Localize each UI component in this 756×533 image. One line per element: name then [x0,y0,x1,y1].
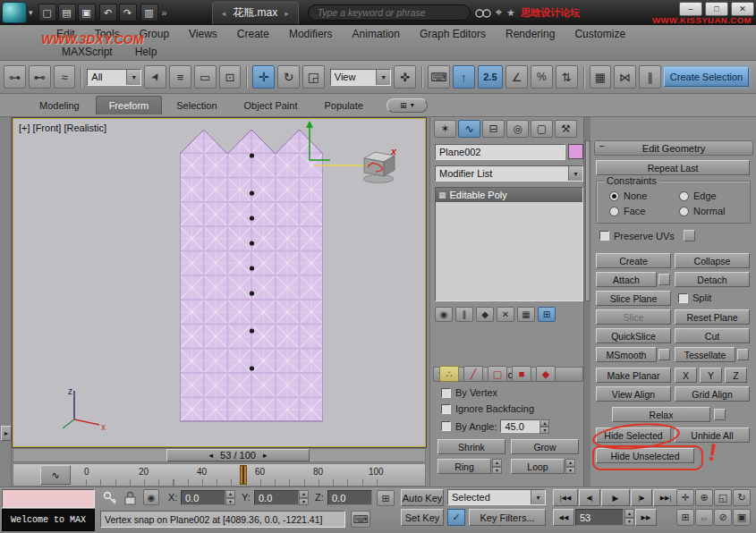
view-align-button[interactable]: View Align [596,386,671,402]
modifier-list-dropdown[interactable]: Modifier List ▾ [435,165,583,182]
menu-maxscript[interactable]: MAXScript [52,46,123,58]
binoculars-icon[interactable] [474,6,492,19]
tessellate-settings-button[interactable] [737,349,749,360]
menu-create[interactable]: Create [227,28,279,40]
undo-button[interactable]: ↶ [99,4,117,21]
radio-edge[interactable] [679,191,689,201]
tessellate-button[interactable]: Tessellate [675,347,735,362]
track-bar[interactable]: 0 20 40 60 80 100 [13,463,426,486]
favorites-star-icon[interactable]: ★ [506,7,515,19]
spinner-down-icon[interactable]: ▾ [539,427,549,434]
menu-help[interactable]: Help [123,46,170,58]
panel-scrollbar[interactable] [583,117,590,486]
create-button[interactable]: Create [596,253,671,268]
maxscript-listener-line[interactable]: Welcome to MAX [2,509,95,531]
frame-spinner[interactable]: ▴▾ [624,509,634,526]
configure-modifier-sets-button[interactable]: ⊞ [538,307,556,322]
spinner-up-icon[interactable]: ▴ [492,459,502,467]
play-button[interactable]: ▶ [601,489,630,506]
unlink-selection-button[interactable]: ⊷ [29,65,51,89]
select-and-move-button[interactable]: ✛ [252,65,275,89]
selection-filter-arrow-icon[interactable]: ▾ [126,70,140,85]
track-bar-thumb[interactable] [240,465,247,485]
spinner-up-icon[interactable]: ▴ [225,490,235,498]
menu-animation[interactable]: Animation [343,28,410,40]
constraint-edge-radio[interactable]: Edge [679,190,717,201]
panel-tab-hierarchy[interactable]: ⊟ [482,120,505,138]
doc-prev-icon[interactable]: ◂ [222,9,226,18]
grid-settings-button[interactable]: ⊞ [377,490,395,506]
radio-none[interactable] [609,191,619,201]
spinner-down-icon[interactable]: ▾ [565,467,575,475]
subobject-edge-button[interactable]: ╱ [463,366,483,382]
time-slider-track[interactable]: ◂ 53 / 100 ▸ [13,448,426,462]
spinner-up-icon[interactable]: ▴ [624,509,634,518]
grid-align-button[interactable]: Grid Align [675,386,750,402]
relax-settings-button[interactable] [714,409,726,420]
attach-button[interactable]: Attach [596,272,657,287]
repeat-last-button[interactable]: Repeat Last [596,160,750,175]
remove-modifier-button[interactable]: ✕ [497,307,514,322]
pan-button[interactable]: ⇔ [695,509,713,526]
select-object-button[interactable]: ➤ [144,65,166,89]
select-and-rotate-button[interactable]: ↻ [277,65,300,89]
object-color-swatch[interactable] [568,144,583,159]
z-coord-field[interactable]: 0.0 [327,490,372,505]
subobject-border-button[interactable]: ▢ [488,366,507,382]
panel-tab-utilities[interactable]: ⚒ [555,120,577,138]
by-angle-field[interactable]: 45.0 [500,419,539,433]
reference-coordsys-dropdown[interactable]: View ▾ [330,69,391,86]
set-key-button[interactable]: Set Key [401,509,444,526]
zoom-extents-button[interactable]: ◱ [714,489,732,506]
next-frame-arrow-icon[interactable]: ▸ [263,451,268,460]
previous-frame-button[interactable]: ◀◀ [553,509,574,526]
use-pivot-center-button[interactable]: ✜ [394,65,416,89]
spinner-down-icon[interactable]: ▾ [225,498,235,506]
ring-spinner[interactable]: ▴ ▾ [492,459,502,474]
orbit-button[interactable]: ↻ [733,489,751,506]
preserve-uvs-checkbox[interactable]: Preserve UVs [599,230,695,241]
ignore-backfacing-box[interactable] [441,404,451,414]
next-frame-button[interactable]: ▶▶ [635,509,657,526]
maxscript-mini-listener[interactable] [2,489,95,508]
grow-button[interactable]: Grow [511,439,579,454]
time-slider-thumb[interactable]: ◂ 53 / 100 ▸ [166,449,310,461]
loop-button[interactable]: Loop [511,459,565,474]
x-coord-spinner[interactable]: ▴▾ [225,490,235,505]
menu-group[interactable]: Group [130,28,179,40]
window-crossing-button[interactable]: ⊡ [219,65,242,89]
project-folder-button[interactable]: ▥ [140,4,158,21]
y-coord-field[interactable]: 0.0 [254,490,299,505]
named-selection-sets-button[interactable]: ▦ [590,65,612,89]
preserve-uvs-box[interactable] [599,231,609,241]
spinner-up-icon[interactable]: ▴ [565,459,575,467]
by-angle-spinner[interactable]: ▴ ▾ [539,419,549,433]
save-file-button[interactable]: ▣ [78,4,96,21]
go-to-start-button[interactable]: |◀◀ [553,489,578,506]
spinner-down-icon[interactable]: ▾ [624,518,634,527]
named-sets-stack-button[interactable]: ▦ [517,307,535,322]
constraint-face-radio[interactable]: Face [609,206,645,216]
bind-to-spacewarp-button[interactable]: ≈ [54,65,76,89]
planar-z-button[interactable]: Z [725,368,747,383]
mini-curve-editor-button[interactable]: ∿ [40,465,71,485]
planar-x-button[interactable]: X [675,368,697,383]
by-vertex-checkbox[interactable]: By Vertex [441,387,497,398]
split-checkbox[interactable]: Split [678,292,711,303]
shrink-button[interactable]: Shrink [437,439,505,454]
cut-button[interactable]: Cut [675,328,750,343]
by-angle-checkbox[interactable]: By Angle: 45.0 ▴ ▾ [441,419,549,433]
set-keys-button[interactable]: ✓ [447,509,465,526]
select-by-name-button[interactable]: ≡ [169,65,191,89]
search-input[interactable] [316,6,463,19]
panel-tab-create[interactable]: ✶ [434,120,456,138]
zoom-all-button[interactable]: ⊕ [695,489,713,506]
split-box[interactable] [678,293,688,303]
select-and-link-button[interactable]: ⊶ [4,65,26,89]
subobject-polygon-button[interactable]: ■ [512,366,531,382]
constraint-normal-radio[interactable]: Normal [679,206,725,216]
reset-plane-button[interactable]: Reset Plane [675,309,750,325]
doc-next-icon[interactable]: ▸ [285,9,289,18]
new-file-button[interactable]: ▢ [38,4,56,21]
subobject-vertex-button[interactable]: ∴ [439,366,459,382]
